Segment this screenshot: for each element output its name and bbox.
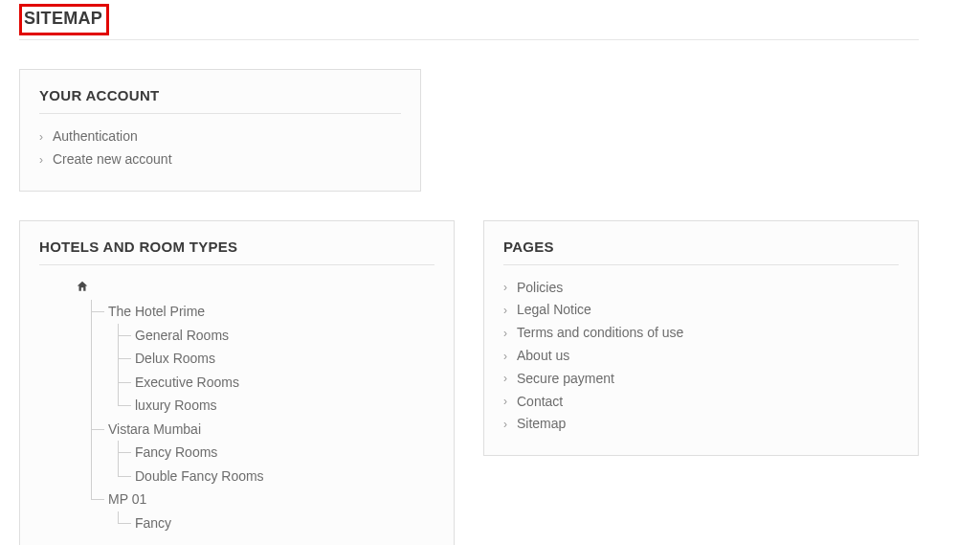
pages-label: Legal Notice (517, 299, 591, 322)
tree-room: Fancy Rooms (108, 441, 434, 465)
tree-room: Executive Rooms (108, 371, 434, 395)
tree-hotel: Vistara MumbaiFancy RoomsDouble Fancy Ro… (81, 418, 434, 488)
tree-room-label[interactable]: Fancy Rooms (135, 444, 217, 460)
hotels-title: HOTELS AND ROOM TYPES (39, 238, 434, 264)
tree-room-label[interactable]: Double Fancy Rooms (135, 468, 264, 484)
account-label: Create new account (53, 148, 172, 171)
tree-room: Delux Rooms (108, 347, 434, 371)
tree-room-label[interactable]: General Rooms (135, 328, 229, 343)
account-title: YOUR ACCOUNT (39, 87, 401, 113)
chevron-right-icon: › (503, 392, 507, 411)
tree-room-label[interactable]: luxury Rooms (135, 397, 217, 413)
pages-item[interactable]: ›About us (503, 345, 899, 368)
home-icon[interactable] (76, 280, 89, 293)
hotels-card: HOTELS AND ROOM TYPES The Hotel PrimeGen… (19, 220, 455, 545)
pages-item[interactable]: ›Legal Notice (503, 299, 899, 322)
chevron-right-icon: › (503, 278, 507, 297)
chevron-right-icon: › (503, 324, 507, 343)
pages-label: Sitemap (517, 413, 566, 436)
tree-hotel: MP 01Fancy (81, 488, 434, 534)
chevron-right-icon: › (503, 415, 507, 434)
tree-room: Double Fancy Rooms (108, 465, 434, 488)
pages-item[interactable]: ›Sitemap (503, 413, 899, 436)
pages-label: Contact (517, 391, 563, 414)
chevron-right-icon: › (503, 347, 507, 366)
tree-hotel: The Hotel PrimeGeneral RoomsDelux RoomsE… (81, 300, 434, 418)
pages-label: Policies (517, 277, 563, 300)
tree-room-label[interactable]: Delux Rooms (135, 351, 215, 366)
tree-room: General Rooms (108, 324, 434, 348)
chevron-right-icon: › (503, 369, 507, 388)
pages-title: PAGES (503, 238, 899, 264)
chevron-right-icon: › (39, 150, 43, 170)
tree-room: Fancy (108, 511, 434, 535)
pages-label: Terms and conditions of use (517, 322, 683, 345)
tree-root: The Hotel PrimeGeneral RoomsDelux RoomsE… (49, 277, 434, 535)
account-card: YOUR ACCOUNT ›Authentication›Create new … (19, 69, 421, 192)
tree-hotel-label[interactable]: Vistara Mumbai (108, 421, 201, 437)
chevron-right-icon: › (39, 127, 43, 147)
tree-hotel-label[interactable]: MP 01 (108, 491, 146, 507)
page-title: SITEMAP (22, 7, 106, 33)
divider (19, 39, 919, 40)
pages-label: Secure payment (517, 368, 614, 391)
tree-room-label[interactable]: Executive Rooms (135, 375, 239, 390)
pages-card: PAGES ›Policies›Legal Notice›Terms and c… (483, 220, 919, 457)
divider (39, 113, 401, 114)
divider (39, 264, 434, 265)
chevron-right-icon: › (503, 301, 507, 320)
pages-item[interactable]: ›Policies (503, 277, 899, 300)
tree-hotel-label[interactable]: The Hotel Prime (108, 304, 205, 319)
tree-room: luxury Rooms (108, 394, 434, 418)
divider (503, 264, 899, 265)
pages-item[interactable]: ›Contact (503, 391, 899, 414)
pages-item[interactable]: ›Secure payment (503, 368, 899, 391)
account-label: Authentication (53, 125, 138, 148)
tree-room-label[interactable]: Fancy (135, 515, 171, 531)
pages-item[interactable]: ›Terms and conditions of use (503, 322, 899, 345)
account-item[interactable]: ›Authentication (39, 125, 401, 148)
account-item[interactable]: ›Create new account (39, 148, 401, 171)
pages-label: About us (517, 345, 569, 368)
